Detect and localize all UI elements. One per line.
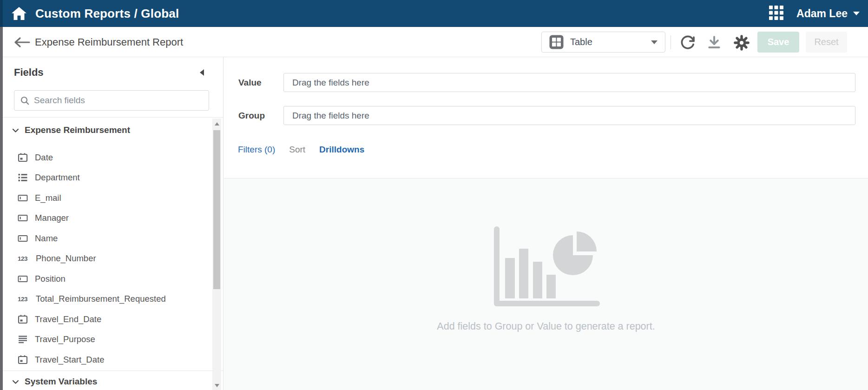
section-header-system-variables[interactable]: System Variables [11, 377, 97, 387]
table-view-icon [549, 35, 564, 49]
field-item-manager[interactable]: Manager [0, 208, 211, 229]
field-item-department[interactable]: Department [0, 168, 211, 188]
top-navigation-bar: Custom Reports / Global Adam Lee [0, 0, 868, 27]
fields-panel: Fields Expense Reimbursement Date [0, 57, 224, 390]
field-item-travel-purpose[interactable]: Travel_Purpose [0, 330, 211, 350]
search-icon [20, 96, 30, 106]
field-search-box [14, 90, 209, 111]
group-dropzone[interactable]: Drag the fields here [283, 106, 855, 125]
page-title: Custom Reports / Global [35, 0, 179, 27]
chevron-down-icon [11, 377, 20, 386]
toolbar-divider [671, 35, 671, 49]
value-label: Value [238, 73, 262, 92]
app-grid-icon[interactable] [769, 6, 783, 22]
list-icon [18, 172, 28, 183]
fields-panel-title: Fields [14, 66, 44, 79]
view-type-dropdown[interactable]: Table [541, 32, 665, 53]
divider [0, 117, 223, 118]
scroll-down-icon[interactable] [215, 384, 219, 387]
scroll-up-icon[interactable] [215, 122, 219, 126]
report-title: Expense Reimbursement Report [35, 27, 183, 57]
download-icon[interactable] [706, 34, 723, 51]
user-name: Adam Lee [796, 7, 848, 20]
divider [0, 370, 223, 371]
home-icon[interactable] [11, 7, 27, 20]
field-item-e-mail[interactable]: E_mail [0, 188, 211, 208]
value-dropzone[interactable]: Drag the fields here [283, 73, 855, 92]
field-item-name[interactable]: Name [0, 228, 211, 249]
text-field-icon [18, 233, 28, 244]
reset-button[interactable]: Reset [806, 32, 847, 53]
field-item-position[interactable]: Position [0, 269, 211, 289]
refresh-icon[interactable] [679, 34, 696, 51]
svg-text:123: 123 [18, 296, 28, 303]
chevron-down-icon [11, 126, 20, 135]
builder-tabs: Filters (0) Sort Drilldowns [238, 145, 364, 155]
back-arrow-icon[interactable] [13, 37, 31, 48]
number-123-icon: 123 [18, 253, 29, 264]
collapse-panel-icon[interactable] [200, 69, 204, 76]
calendar-icon [18, 152, 28, 163]
gear-icon[interactable] [733, 34, 750, 51]
field-list: Date Department E_mail Manager Name 123 … [0, 147, 211, 370]
multiline-text-icon [18, 334, 28, 344]
text-field-icon [18, 193, 28, 203]
field-item-phone-number[interactable]: 123 Phone_Number [0, 249, 211, 269]
tab-filters[interactable]: Filters (0) [238, 145, 275, 155]
tab-drilldowns[interactable]: Drilldowns [319, 145, 364, 155]
report-preview-area: Add fields to Group or Value to generate… [224, 178, 868, 390]
svg-text:123: 123 [18, 255, 28, 262]
number-123-icon: 123 [18, 294, 29, 304]
empty-state-message: Add fields to Group or Value to generate… [224, 321, 868, 332]
user-menu[interactable]: Adam Lee [796, 7, 860, 20]
calendar-icon [18, 314, 28, 324]
text-field-icon [18, 213, 28, 223]
chevron-down-icon [853, 12, 860, 15]
chevron-down-icon [651, 40, 658, 44]
tab-sort[interactable]: Sort [289, 145, 305, 155]
calendar-icon [18, 355, 28, 365]
chart-placeholder-icon [494, 226, 601, 310]
sidebar-scrollbar[interactable] [212, 119, 221, 390]
window-edge [0, 27, 3, 390]
window-edge [0, 0, 3, 27]
view-type-selected: Table [570, 37, 644, 47]
text-field-icon [18, 274, 28, 284]
field-item-travel-end-date[interactable]: Travel_End_Date [0, 309, 211, 330]
field-item-travel-start-date[interactable]: Travel_Start_Date [0, 350, 211, 370]
save-button[interactable]: Save [757, 32, 799, 53]
section-header-expense-reimbursement[interactable]: Expense Reimbursement [11, 125, 130, 135]
scrollbar-thumb[interactable] [213, 130, 220, 289]
search-input[interactable] [34, 95, 203, 106]
group-label: Group [238, 106, 265, 125]
field-item-total-reimbursement-requested[interactable]: 123 Total_Reimbursement_Requested [0, 289, 211, 310]
field-item-date[interactable]: Date [0, 147, 211, 168]
app-window: Custom Reports / Global Adam Lee [0, 0, 868, 390]
